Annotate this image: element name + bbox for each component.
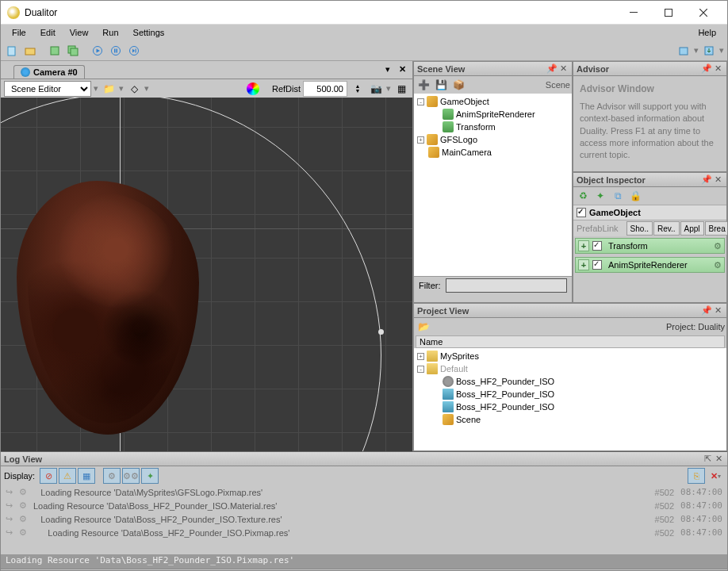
tree-node[interactable]: +MySprites: [416, 350, 725, 362]
refdist-input[interactable]: [303, 81, 347, 97]
close-button[interactable]: [686, 2, 721, 24]
save-button[interactable]: [47, 43, 63, 59]
gear-icon[interactable]: ⚙: [714, 241, 722, 251]
open-button[interactable]: [22, 43, 38, 59]
tree-node[interactable]: MainCamera: [416, 146, 570, 159]
animsprite-checkbox[interactable]: [592, 260, 602, 270]
tree-node[interactable]: Boss_HF2_Pounder_ISO: [416, 388, 725, 400]
save-all-button[interactable]: [65, 43, 81, 59]
revert-button[interactable]: Rev..: [653, 221, 680, 236]
log-row[interactable]: ↪⚙ Loading Resource 'Data\Boss_HF2_Pound…: [1, 526, 727, 539]
new-obj-icon[interactable]: ➕: [416, 77, 431, 93]
minimize-button[interactable]: [616, 2, 651, 24]
close-icon[interactable]: ✕: [712, 305, 723, 316]
publish-button[interactable]: [676, 43, 692, 59]
log-editor-toggle[interactable]: ⚙⚙: [122, 468, 140, 484]
lock-icon[interactable]: 🔒: [627, 188, 643, 204]
log-warn-toggle[interactable]: ⚠: [59, 468, 76, 484]
pin-icon[interactable]: 📌: [546, 63, 557, 74]
advisor-panel: Advisor📌✕ Advisor Window The Advisor wil…: [573, 61, 727, 172]
svg-rect-0: [630, 12, 638, 13]
folder-tool-icon[interactable]: 📁: [101, 81, 117, 97]
play-button[interactable]: [90, 43, 105, 59]
scene-icon[interactable]: 📦: [450, 77, 466, 93]
refdist-stepper[interactable]: ▲▼: [350, 81, 366, 97]
tree-node[interactable]: -GameObject: [416, 95, 570, 108]
close-icon[interactable]: ✕: [712, 174, 723, 185]
pin-icon[interactable]: ⇱: [702, 454, 713, 464]
break-button[interactable]: Brea: [705, 221, 728, 236]
project-tree[interactable]: +MySprites-DefaultBoss_HF2_Pounder_ISOBo…: [414, 348, 726, 450]
project-view-title: Project View: [417, 306, 701, 316]
close-icon[interactable]: ✕: [712, 63, 723, 74]
menu-help[interactable]: Help: [692, 26, 722, 39]
transform-checkbox[interactable]: [592, 241, 602, 251]
component-animsprite[interactable]: +AnimSpriteRenderer⚙: [575, 257, 725, 273]
camera-tab[interactable]: Camera #0: [13, 65, 85, 79]
log-clear-button[interactable]: ✕▾: [707, 468, 724, 484]
viewport[interactable]: [1, 98, 412, 451]
log-autoscroll-toggle[interactable]: ⎘: [688, 468, 705, 484]
pin-icon[interactable]: 📌: [701, 174, 712, 185]
copy-icon[interactable]: ⧉: [610, 188, 626, 204]
pin-icon[interactable]: 📌: [701, 305, 712, 316]
prefab-label: PrefabLink: [577, 224, 619, 233]
log-row[interactable]: ↪⚙Loading Resource 'Data\Boss_HF2_Pounde…: [1, 499, 727, 512]
log-list[interactable]: ↪⚙ Loading Resource 'Data\MySprites\GFSL…: [1, 485, 727, 554]
tree-node[interactable]: Scene: [416, 413, 725, 426]
editor-mode-select[interactable]: Scene Editor: [4, 81, 91, 97]
filter-label: Filter:: [419, 281, 441, 290]
tree-node[interactable]: Transform: [416, 121, 570, 133]
close-icon[interactable]: ✕: [557, 63, 569, 74]
tree-node[interactable]: +GFSLogo: [416, 133, 570, 146]
export-button[interactable]: [701, 43, 717, 59]
scene-tree[interactable]: -GameObjectAnimSpriteRendererTransform+G…: [414, 94, 572, 276]
camera-more-icon[interactable]: ▦: [393, 81, 409, 97]
menu-view[interactable]: View: [63, 26, 95, 39]
pin-icon[interactable]: 📌: [701, 63, 712, 74]
project-folder-icon[interactable]: 📂: [416, 319, 431, 335]
save-scene-icon[interactable]: 💾: [433, 77, 449, 93]
color-wheel-icon[interactable]: [247, 82, 259, 95]
menu-edit[interactable]: Edit: [34, 26, 62, 39]
titlebar: Dualitor: [1, 1, 727, 25]
step-button[interactable]: [126, 43, 142, 59]
log-error-toggle[interactable]: ⊘: [40, 468, 57, 484]
apply-button[interactable]: Appl: [680, 221, 704, 236]
new-button[interactable]: [4, 43, 20, 59]
gameobject-checkbox[interactable]: [577, 208, 586, 217]
tree-node[interactable]: AnimSpriteRenderer: [416, 108, 570, 121]
svg-point-8: [112, 46, 121, 55]
tree-node[interactable]: Boss_HF2_Pounder_ISO: [416, 375, 725, 388]
menu-settings[interactable]: Settings: [127, 26, 171, 39]
maximize-button[interactable]: [651, 2, 686, 24]
show-button[interactable]: Sho..: [626, 221, 653, 236]
component-transform[interactable]: +Transform⚙: [575, 238, 725, 254]
auto-icon[interactable]: ✦: [592, 188, 608, 204]
pause-button[interactable]: [108, 43, 124, 59]
camera-pin-icon[interactable]: ▾: [385, 64, 390, 75]
gear-icon[interactable]: ⚙: [714, 260, 722, 270]
close-icon[interactable]: ✕: [713, 454, 724, 464]
log-game-toggle[interactable]: ✦: [141, 468, 159, 484]
camera-close-icon[interactable]: ✕: [399, 64, 406, 75]
log-info-toggle[interactable]: ▦: [78, 468, 95, 484]
log-core-toggle[interactable]: ⚙: [103, 468, 121, 484]
log-title: Log View: [4, 454, 353, 464]
menu-run[interactable]: Run: [96, 26, 125, 39]
project-col-header[interactable]: Name: [416, 335, 725, 348]
cube-tool-icon[interactable]: ◇: [126, 81, 142, 97]
refresh-icon[interactable]: ♻: [575, 188, 591, 204]
log-row[interactable]: ↪⚙ Loading Resource 'Data\MySprites\GFSL…: [1, 485, 727, 499]
tree-node[interactable]: Boss_HF2_Pounder_ISO: [416, 400, 725, 413]
menu-file[interactable]: File: [6, 26, 33, 39]
camera-tab-label: Camera #0: [33, 67, 78, 77]
camera-settings-icon[interactable]: 📷: [368, 81, 384, 97]
tree-node[interactable]: -Default: [416, 362, 725, 375]
filter-input[interactable]: [446, 278, 568, 293]
arc-handle[interactable]: [378, 329, 384, 335]
project-label: Project: Duality: [666, 322, 725, 331]
svg-rect-9: [114, 48, 116, 52]
log-row[interactable]: ↪⚙ Loading Resource 'Data\Boss_HF2_Pound…: [1, 512, 727, 526]
menubar: File Edit View Run Settings Help: [1, 25, 727, 40]
